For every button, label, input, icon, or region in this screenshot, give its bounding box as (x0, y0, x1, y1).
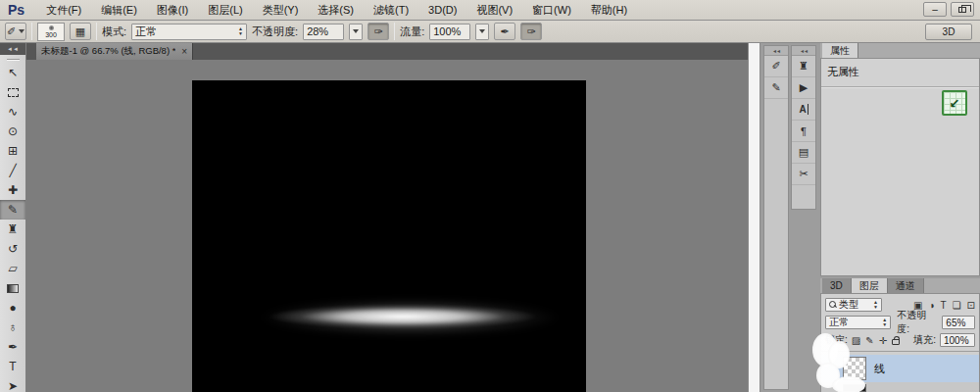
dock-collapse-button[interactable]: ◄◄ (764, 46, 788, 56)
vertical-scrollbar[interactable] (748, 43, 760, 392)
lasso-tool[interactable]: ∿ (0, 102, 25, 122)
tool-preset-picker[interactable]: ✐ (5, 23, 26, 40)
path-selection-tool[interactable]: ➤ (0, 376, 25, 392)
pen-tool[interactable]: ✒ (0, 337, 25, 357)
move-tool[interactable]: ↖ (0, 63, 25, 82)
eyedropper-tool[interactable]: ╱ (0, 161, 25, 180)
opacity-input[interactable]: 28% (303, 24, 344, 40)
history-brush-tool[interactable]: ↺ (0, 239, 25, 259)
layer-blend-mode-value: 正常 (829, 316, 849, 329)
document-tab[interactable]: 未标题-1 @ 66.7% (线, RGB/8) * × (36, 43, 193, 60)
layers-panel-group: 3D 图层 通道 类型 ▣ ◑ T ❏ ⊡ (820, 278, 980, 392)
menu-file[interactable]: 文件(F) (36, 3, 91, 18)
opacity-label: 不透明度: (252, 24, 298, 39)
flow-dropdown-button[interactable] (475, 24, 489, 40)
layers-blend-row: 正常 不透明度: 65% (821, 314, 979, 331)
move-tool-icon: ↖ (8, 66, 18, 79)
menu-filter[interactable]: 滤镜(T) (364, 3, 418, 18)
opacity-dropdown-button[interactable] (349, 24, 363, 40)
clone-source-panel-icon[interactable]: ♜ (792, 56, 815, 77)
blur-tool-icon: ● (9, 301, 16, 315)
menu-select[interactable]: 选择(S) (308, 3, 364, 18)
airbrush-button[interactable]: ✒ (494, 23, 515, 40)
restore-icon (958, 7, 966, 13)
layer-name[interactable]: 线 (874, 362, 885, 376)
canvas-document[interactable] (192, 80, 586, 392)
menu-image[interactable]: 图像(I) (147, 3, 198, 18)
paragraph-panel-icon[interactable]: ¶ (792, 121, 815, 142)
blur-tool[interactable]: ● (0, 298, 25, 318)
minimize-button[interactable]: – (923, 2, 947, 17)
brush-preset-picker[interactable]: 300 (37, 23, 65, 41)
divider (821, 86, 979, 88)
menu-edit[interactable]: 编辑(E) (91, 3, 147, 18)
clone-stamp-tool-icon: ♜ (8, 222, 19, 236)
restore-button[interactable] (951, 2, 974, 17)
dock-collapse-button[interactable]: ◄◄ (792, 46, 815, 56)
tools-grip-handle[interactable] (7, 59, 20, 61)
dodge-tool[interactable]: ♁ (0, 318, 25, 337)
brush-tip-icon (49, 25, 54, 30)
lock-pixels-icon[interactable]: ✎ (865, 335, 873, 346)
layer-opacity-input[interactable]: 65% (942, 316, 975, 329)
filter-type-layers-icon[interactable]: T (941, 300, 947, 311)
tab-properties[interactable]: 属性 (822, 43, 858, 58)
lasso-tool-icon: ∿ (8, 105, 18, 119)
marquee-tool[interactable] (0, 82, 25, 102)
lock-transparent-icon[interactable]: ▨ (852, 335, 860, 346)
history-brush-tool-icon: ↺ (8, 242, 18, 256)
menu-window[interactable]: 窗口(W) (522, 3, 581, 18)
watermark-blob (832, 376, 865, 392)
layer-blend-mode-select[interactable]: 正常 (825, 316, 891, 329)
filter-smart-objects-icon[interactable]: ⊡ (967, 300, 975, 311)
spot-healing-tool[interactable]: ✚ (0, 180, 25, 200)
brush-presets-panel-icon[interactable]: ✎ (764, 77, 788, 99)
brush-panel-icon[interactable]: ✐ (764, 56, 788, 77)
menu-view[interactable]: 视图(V) (466, 3, 522, 18)
crop-tool[interactable]: ⊞ (0, 141, 25, 161)
tab-layers[interactable]: 图层 (852, 278, 888, 293)
document-tab-bar: 未标题-1 @ 66.7% (线, RGB/8) * × (26, 43, 748, 60)
menu-help[interactable]: 帮助(H) (581, 3, 637, 18)
character-panel-icon[interactable]: A (792, 99, 815, 121)
filter-type-label: 类型 (839, 298, 858, 312)
chevron-down-icon (19, 29, 24, 36)
gradient-tool[interactable] (0, 278, 25, 298)
layer-comps-panel-icon[interactable]: ▤ (792, 142, 815, 164)
brush-tool[interactable]: ✎ (0, 200, 25, 220)
eraser-tool[interactable]: ▱ (0, 259, 25, 278)
filter-type-select[interactable]: 类型 (825, 298, 882, 312)
tab-3d[interactable]: 3D (822, 278, 852, 293)
quick-selection-tool[interactable]: ⊙ (0, 122, 25, 141)
toggle-brush-panel-button[interactable]: ▦ (70, 23, 91, 40)
filter-shape-layers-icon[interactable]: ❏ (953, 300, 961, 311)
crop-tool-icon: ⊞ (8, 144, 18, 158)
menu-3d[interactable]: 3D(D) (418, 4, 466, 16)
fill-input[interactable]: 100% (940, 333, 975, 347)
tablet-pressure-size-button[interactable]: ✑ (520, 23, 542, 40)
updown-arrows-icon (873, 300, 878, 310)
tab-channels[interactable]: 通道 (888, 278, 924, 293)
type-tool[interactable]: T (0, 357, 25, 376)
right-panel-dock: 属性 无属性 ↙ 3D 图层 通道 类型 (820, 43, 980, 392)
notes-panel-icon[interactable]: ✂ (792, 164, 815, 185)
document-tab-title: 未标题-1 @ 66.7% (线, RGB/8) * (41, 45, 175, 58)
tools-collapse-button[interactable]: ◄◄ (0, 43, 25, 55)
options-bar: ✐ 300 ▦ 模式: 正常 不透明度: 28% ✑ 流量: 100% ✒ ✑ … (0, 21, 980, 43)
actions-panel-icon[interactable]: ▶ (792, 77, 815, 99)
tablet-pressure-opacity-button[interactable]: ✑ (368, 23, 389, 40)
clone-stamp-tool[interactable]: ♜ (0, 220, 25, 239)
canvas-pasteboard[interactable] (26, 60, 748, 392)
lock-all-icon[interactable] (892, 339, 900, 345)
fill-value: 100% (944, 335, 969, 346)
lock-position-icon[interactable]: ✛ (879, 335, 887, 346)
divider (96, 23, 97, 40)
gradient-tool-icon (7, 284, 19, 293)
photoshop-logo: Ps (8, 2, 24, 18)
blend-mode-select[interactable]: 正常 (131, 24, 247, 40)
menu-layer[interactable]: 图层(L) (198, 3, 252, 18)
menu-type[interactable]: 类型(Y) (253, 3, 309, 18)
3d-mode-button[interactable]: 3D (925, 24, 972, 40)
flow-input[interactable]: 100% (429, 24, 470, 40)
close-icon[interactable]: × (181, 46, 187, 57)
